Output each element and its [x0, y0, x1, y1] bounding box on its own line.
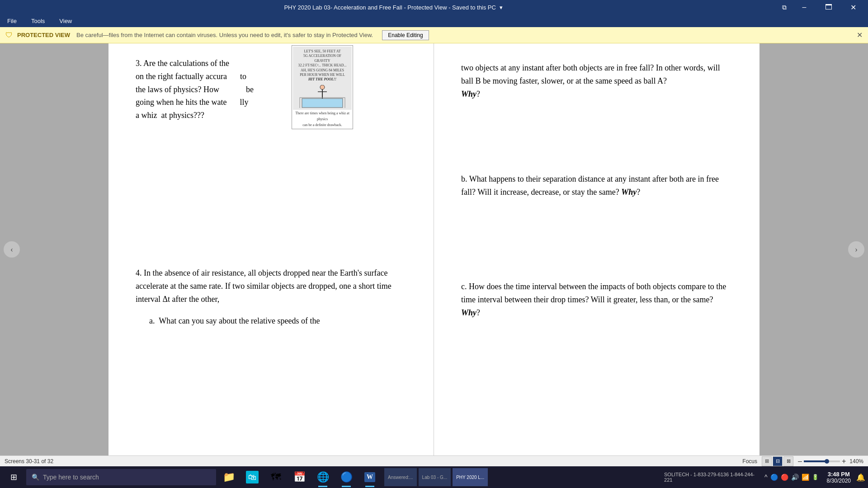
protected-bar-close-icon[interactable]: ✕ — [857, 31, 863, 39]
close-button[interactable]: ✕ — [843, 0, 863, 14]
q3-text: 3. Are the calculations of the ver on th… — [136, 57, 415, 122]
phy2020-word-tab[interactable]: PHY 2020 L... — [453, 468, 488, 486]
cartoon-image: LET'S SEE, 50 FEET AT 5G ACCELERATION OF… — [292, 45, 353, 129]
shield-icon: 🛡 — [5, 31, 13, 39]
notification-icon[interactable]: 🔔 — [856, 473, 865, 482]
lab03-chrome-tab[interactable]: Lab 03 - G... — [419, 468, 451, 486]
taskbar-running-apps: Answered:... Lab 03 - G... PHY 2020 L... — [384, 468, 488, 486]
question-4-block: 4. In the absence of air resistance, all… — [136, 267, 415, 328]
volume-icon[interactable]: 🔊 — [791, 474, 799, 481]
q3-right-block: two objects at any instant after both ob… — [461, 61, 732, 100]
title-dropdown-icon[interactable]: ▾ — [500, 4, 503, 11]
q4c-block: c. How does the time interval between th… — [461, 280, 732, 319]
why1-label: Why — [461, 89, 476, 99]
zoom-control: – + 140% — [798, 457, 863, 465]
chevron-icon[interactable]: ^ — [764, 474, 768, 481]
antivirus-icon[interactable]: 🔴 — [781, 474, 788, 481]
q4a-text: a. What can you say about the relative s… — [149, 314, 415, 328]
document-area: ‹ › 3. Are the calculations of the ver o… — [0, 43, 868, 455]
clock-date: 8/30/2020 — [827, 478, 851, 484]
zoom-minus[interactable]: – — [798, 457, 802, 465]
view-buttons: ⊞ ⊟ ⊠ — [762, 456, 793, 466]
q4b-block: b. What happens to their separation dist… — [461, 173, 732, 199]
taskbar-app-file-explorer[interactable]: 📁 — [218, 466, 240, 488]
cartoon-caption: There are times when being a whiz at phy… — [293, 111, 352, 128]
menu-tools[interactable]: Tools — [28, 17, 47, 25]
protected-bar: 🛡 PROTECTED VIEW Be careful—files from t… — [0, 27, 868, 43]
solitech-notification[interactable]: SOLITECH - 1-833-279-6136 1-844-244-221 — [660, 472, 760, 483]
system-tray: ^ 🔵 🔴 🔊 📶 🔋 — [762, 474, 821, 481]
maps-icon: 🗺 — [271, 471, 281, 483]
start-button[interactable]: ⊞ — [3, 466, 24, 488]
q3-right-text: two objects at any instant after both ob… — [461, 61, 732, 100]
zoom-percent: 140% — [849, 458, 863, 465]
restore-icon[interactable]: ⧉ — [782, 4, 787, 11]
clock-time: 3:48 PM — [827, 471, 851, 478]
svg-rect-0 — [302, 99, 343, 108]
file-explorer-icon: 📁 — [223, 471, 235, 483]
why2-label: Why — [621, 188, 637, 197]
bluetooth-icon[interactable]: 🔵 — [770, 474, 778, 481]
menu-file[interactable]: File — [5, 17, 19, 25]
taskbar-app-edge[interactable]: 🌐 — [312, 466, 334, 488]
document-title: PHY 2020 Lab 03- Acceleration and Free F… — [284, 4, 496, 11]
title-center: PHY 2020 Lab 03- Acceleration and Free F… — [5, 4, 782, 11]
answered-tab[interactable]: Answered:... — [384, 468, 417, 486]
battery-icon: 🔋 — [812, 474, 819, 480]
store-icon: 🛍 — [246, 471, 259, 483]
next-page-button[interactable]: › — [848, 241, 864, 258]
svg-point-2 — [320, 85, 325, 89]
taskbar-app-calendar[interactable]: 📅 — [288, 466, 310, 488]
word-icon: W — [364, 472, 375, 482]
search-bar[interactable]: 🔍 Type here to search — [26, 469, 216, 485]
view-btn-1[interactable]: ⊞ — [762, 456, 772, 466]
enable-editing-button[interactable]: Enable Editing — [382, 30, 429, 40]
windows-icon: ⊞ — [10, 472, 17, 482]
zoom-plus[interactable]: + — [842, 457, 846, 465]
document-page: 3. Are the calculations of the ver on th… — [108, 43, 760, 455]
protected-view-message: Be careful—files from the Internet can c… — [76, 32, 373, 38]
left-column: 3. Are the calculations of the ver on th… — [108, 43, 434, 455]
network-icon[interactable]: 📶 — [802, 474, 809, 481]
why3-label: Why — [461, 308, 476, 317]
q4c-text: c. How does the time interval between th… — [461, 280, 732, 319]
chrome-icon: 🔵 — [340, 471, 353, 483]
q4b-text: b. What happens to their separation dist… — [461, 173, 732, 199]
calendar-icon: 📅 — [293, 471, 306, 483]
taskbar-app-chrome[interactable]: 🔵 — [335, 466, 357, 488]
search-input[interactable]: Type here to search — [43, 474, 99, 481]
menu-bar: File Tools View — [0, 14, 868, 27]
title-bar-controls: ⧉ – 🗖 ✕ — [782, 0, 863, 14]
maximize-button[interactable]: 🗖 — [818, 0, 839, 14]
clock[interactable]: 3:48 PM 8/30/2020 — [823, 470, 854, 485]
edge-icon: 🌐 — [317, 471, 329, 483]
view-btn-3[interactable]: ⊠ — [783, 456, 793, 466]
protected-view-label: PROTECTED VIEW — [17, 32, 70, 38]
minimize-button[interactable]: – — [794, 0, 815, 14]
view-btn-2[interactable]: ⊟ — [773, 456, 783, 466]
search-icon: 🔍 — [32, 474, 39, 481]
taskbar-app-maps[interactable]: 🗺 — [265, 466, 287, 488]
taskbar-app-store[interactable]: 🛍 — [241, 466, 263, 488]
taskbar-app-word[interactable]: W — [359, 466, 381, 488]
prev-page-button[interactable]: ‹ — [4, 241, 20, 258]
status-bar: Screens 30-31 of 32 Focus ⊞ ⊟ ⊠ – + 140% — [0, 455, 868, 466]
menu-view[interactable]: View — [57, 17, 75, 25]
zoom-slider[interactable] — [804, 460, 840, 462]
title-bar: PHY 2020 Lab 03- Acceleration and Free F… — [0, 0, 868, 14]
question-3-block: 3. Are the calculations of the ver on th… — [136, 57, 415, 122]
q4-text: 4. In the absence of air resistance, all… — [136, 267, 415, 305]
taskbar: ⊞ 🔍 Type here to search 📁 🛍 🗺 📅 🌐 🔵 W An… — [0, 466, 868, 488]
focus-label[interactable]: Focus — [742, 458, 757, 465]
screens-count: Screens 30-31 of 32 — [5, 458, 53, 465]
status-bar-right: Focus ⊞ ⊟ ⊠ – + 140% — [742, 456, 863, 466]
right-column: two objects at any instant after both ob… — [434, 43, 760, 455]
taskbar-right: SOLITECH - 1-833-279-6136 1-844-244-221 … — [660, 470, 865, 485]
